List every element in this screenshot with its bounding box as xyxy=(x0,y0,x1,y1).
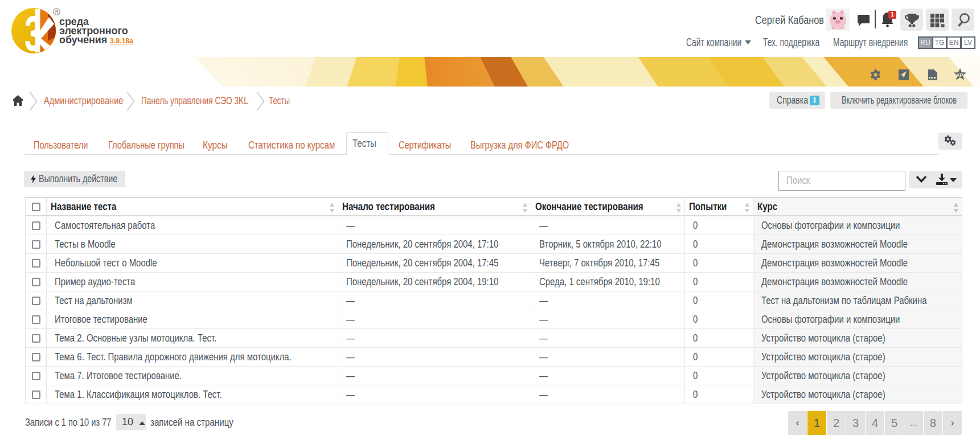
svg-text:XP: XP xyxy=(957,72,963,78)
svg-text:R: R xyxy=(55,10,59,15)
